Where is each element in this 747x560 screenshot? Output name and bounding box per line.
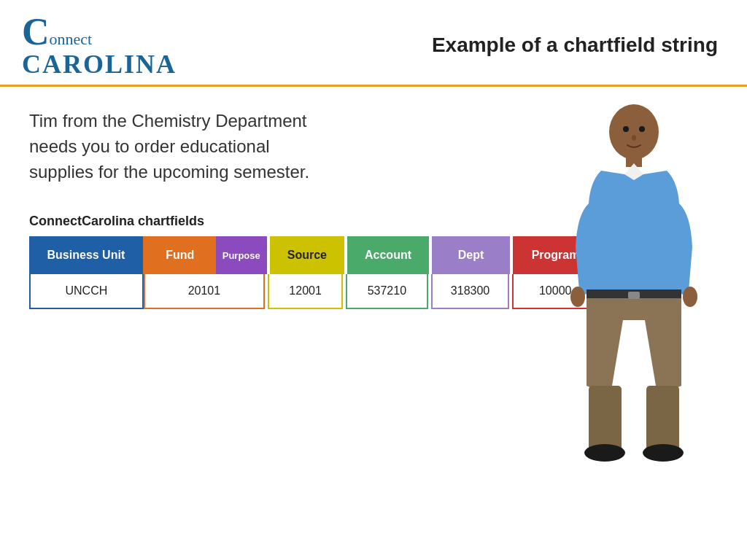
scenario-line1: Tim from the Chemistry Department (29, 111, 307, 131)
svg-point-12 (639, 126, 645, 132)
svg-rect-7 (646, 386, 679, 451)
page-title: Example of a chartfield string (432, 34, 718, 57)
fund-purpose-group: Fund Purpose (143, 236, 267, 274)
logo: C onnect CAROLINA (22, 13, 177, 77)
chartfield-header-row: Business Unit Fund Purpose Source (29, 236, 598, 274)
col-header-fund: Fund (143, 236, 216, 274)
scenario-line2: needs you to order educational (29, 136, 270, 156)
col-header-dept: Dept (432, 236, 510, 274)
svg-point-8 (584, 444, 625, 462)
value-fund: 20101 (144, 274, 265, 309)
svg-point-9 (643, 444, 684, 462)
person-svg (546, 101, 721, 495)
svg-point-0 (609, 104, 659, 160)
svg-point-3 (570, 287, 585, 307)
svg-rect-10 (628, 292, 640, 299)
fund-purpose-header: Fund Purpose (143, 236, 267, 274)
chartfield-value-row: UNCCH 20101 12001 537210 318 (29, 274, 598, 309)
person-figure (535, 72, 732, 495)
svg-point-4 (683, 287, 697, 307)
scenario-line3: supplies for the upcoming semester. (29, 162, 309, 182)
fund-purpose-value-group: 20101 (144, 274, 265, 309)
logo-c: C (22, 13, 50, 51)
svg-point-11 (623, 126, 629, 132)
logo-carolina: CAROLINA (22, 51, 177, 77)
main-content: Tim from the Chemistry Department needs … (0, 87, 747, 324)
value-account: 537210 (346, 274, 428, 309)
col-header-business-unit: Business Unit (29, 236, 143, 274)
value-business-unit: UNCCH (29, 274, 144, 309)
scenario-text: Tim from the Chemistry Department needs … (29, 109, 438, 184)
col-header-source: Source (270, 236, 344, 274)
value-source: 12001 (268, 274, 343, 309)
col-header-account: Account (347, 236, 429, 274)
chartfield-table: Business Unit Fund Purpose Source (29, 236, 598, 309)
col-header-purpose: Purpose (216, 236, 267, 274)
svg-rect-6 (589, 386, 622, 451)
svg-point-13 (632, 135, 636, 141)
value-dept: 318300 (431, 274, 510, 309)
logo-onnect: onnect (50, 30, 93, 49)
